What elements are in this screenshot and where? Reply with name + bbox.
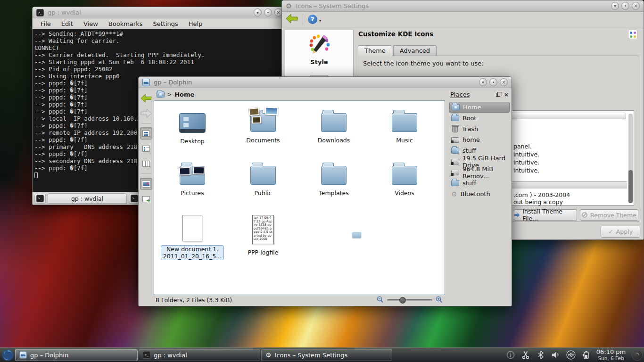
folder-item[interactable]: Public [228, 157, 298, 210]
home-folder-icon[interactable] [157, 91, 165, 98]
place-item-bluetooth[interactable]: ⚙Bluetooth [449, 189, 510, 199]
close-button[interactable]: × [632, 2, 640, 10]
scrollbar[interactable] [628, 114, 633, 202]
terminal-line: --> Pid of pppd: 25082 [34, 66, 284, 73]
task-label: gp : wvdial [154, 352, 187, 359]
columns-view-button[interactable] [140, 157, 152, 170]
minimize-button[interactable]: ▾ [611, 2, 619, 10]
tab-theme[interactable]: Theme [358, 45, 392, 57]
scrollbar-thumb[interactable] [628, 170, 633, 203]
place-item-trash[interactable]: Trash [449, 123, 510, 134]
menu-settings[interactable]: Settings [149, 20, 182, 28]
breadcrumb-separator: > [167, 91, 172, 98]
terminal-line: CONNECT [34, 44, 284, 51]
dolphin-titlebar[interactable]: gp – Dolphin ▾ • × [139, 77, 512, 88]
folder-label: Documents [228, 137, 298, 144]
terminal-menubar: FileEditViewBookmarksSettingsHelp [33, 18, 286, 29]
preview-button[interactable] [140, 178, 152, 190]
close-button[interactable]: × [500, 78, 508, 86]
folder-item[interactable]: Pictures [157, 157, 228, 210]
install-theme-button[interactable]: Install Theme File... [514, 209, 577, 221]
desktop-folder-icon [179, 113, 206, 133]
task-button-1[interactable]: >_gp : wvdial [139, 349, 260, 361]
menu-edit[interactable]: Edit [57, 20, 77, 28]
menu-view[interactable]: View [79, 20, 102, 28]
folder-label: Downloads [298, 137, 369, 144]
clock-time: 06:10 pm [593, 349, 629, 356]
remove-theme-button[interactable]: Remove Theme [580, 209, 638, 221]
terminal-tab-label: gp : wvdial [71, 195, 103, 202]
bluetooth-icon[interactable] [536, 350, 546, 360]
file-item-selected[interactable]: New document 1.2011_01_20_16_5... [157, 210, 228, 271]
place-item-root[interactable]: Root [449, 113, 510, 123]
terminal-tab[interactable]: gp : wvdial [48, 193, 127, 204]
menu-file[interactable]: File [36, 20, 55, 28]
place-label: home [462, 136, 480, 143]
close-panel-icon[interactable]: × [504, 92, 509, 97]
icons-view-button[interactable] [140, 127, 152, 140]
place-label: Bluetooth [461, 190, 490, 197]
place-label: stuff [462, 147, 476, 154]
maximize-button[interactable]: • [489, 78, 497, 86]
places-list: HomeRootTrashhomestuff19.5 GiB Hard Driv… [449, 102, 510, 199]
page-title: Customize KDE Icons [358, 30, 433, 38]
task-button-2[interactable]: ⚙Icons – System Settings [261, 349, 392, 361]
details-view-icon [142, 146, 150, 152]
terminal-titlebar[interactable]: >_ gp : wvdial ▾ • × [33, 7, 286, 18]
usb-device-icon[interactable] [566, 350, 576, 360]
breadcrumb[interactable]: Home [174, 91, 194, 98]
folder-label: Desktop [157, 138, 228, 145]
folder-item[interactable]: Music [369, 105, 440, 157]
folder-item[interactable]: Downloads [298, 105, 369, 157]
new-tab-button[interactable]: >_ [34, 194, 46, 204]
klipper-scissors-icon[interactable] [520, 350, 531, 360]
folder-icon [392, 166, 417, 185]
menu-bookmarks[interactable]: Bookmarks [104, 20, 147, 28]
file-item[interactable]: Jan 17 09:47:18 gp-Aspire-5738 pppd[1946… [228, 210, 298, 271]
dolphin-icon [19, 351, 27, 359]
task-label: Icons – System Settings [275, 352, 348, 359]
zoom-slider-thumb[interactable] [399, 297, 406, 304]
kde-launcher-icon[interactable] [1, 349, 14, 362]
folder-item[interactable]: Videos [369, 157, 440, 210]
zoom-slider[interactable] [387, 299, 432, 301]
folder-item[interactable]: Documents [228, 105, 298, 157]
help-button[interactable]: ?▾ [308, 15, 317, 24]
back-button[interactable] [286, 14, 298, 25]
clock[interactable]: 06:10 pm Sun, 6 Feb [593, 349, 629, 362]
menu-help[interactable]: Help [184, 20, 207, 28]
volume-icon[interactable] [551, 350, 561, 360]
forward-button[interactable] [140, 107, 152, 119]
details-view-button[interactable] [140, 142, 152, 155]
maximize-button[interactable]: • [264, 8, 272, 16]
bluetooth-icon: ⚙ [451, 191, 457, 197]
konsole-icon: >_ [36, 9, 44, 16]
folder-icon [250, 166, 276, 185]
dolphin-view[interactable]: DesktopDocumentsDownloadsMusicPicturesPu… [154, 100, 445, 295]
minimize-button[interactable]: ▾ [254, 8, 262, 16]
place-item-home[interactable]: Home [449, 102, 510, 113]
info-icon[interactable] [505, 350, 516, 360]
place-item-964-8-mib-remov-[interactable]: 964.8 MiB Remov... [449, 167, 510, 178]
theme-list-text-fragment: intuitive. [513, 166, 539, 174]
folder-item[interactable]: Desktop [157, 105, 228, 157]
minimize-button[interactable]: ▾ [479, 78, 487, 86]
dolphin-window[interactable]: gp – Dolphin ▾ • × > Home [138, 76, 512, 306]
zoom-out-icon[interactable] [377, 296, 384, 304]
dolphin-title: gp – Dolphin [154, 79, 192, 86]
battery-icon[interactable] [581, 350, 591, 360]
place-item-home[interactable]: home [449, 134, 510, 145]
split-view-button[interactable] [140, 193, 152, 205]
back-button[interactable] [140, 92, 152, 104]
system-settings-titlebar[interactable]: ⚙ Icons – System Settings ▾ • × [282, 0, 644, 12]
panel-toolbox-icon[interactable] [632, 350, 643, 361]
float-panel-icon[interactable] [496, 93, 500, 97]
maximize-button[interactable]: • [621, 2, 629, 10]
sidebar-item-style-label[interactable]: Style [285, 58, 353, 66]
apply-button[interactable]: ✓ Apply [601, 226, 640, 238]
folder-icon [451, 148, 459, 154]
zoom-in-icon[interactable] [436, 296, 443, 304]
folder-item[interactable]: Templates [298, 157, 369, 210]
toolbar-separator [141, 173, 151, 174]
task-button-0[interactable]: gp – Dolphin [15, 349, 138, 361]
